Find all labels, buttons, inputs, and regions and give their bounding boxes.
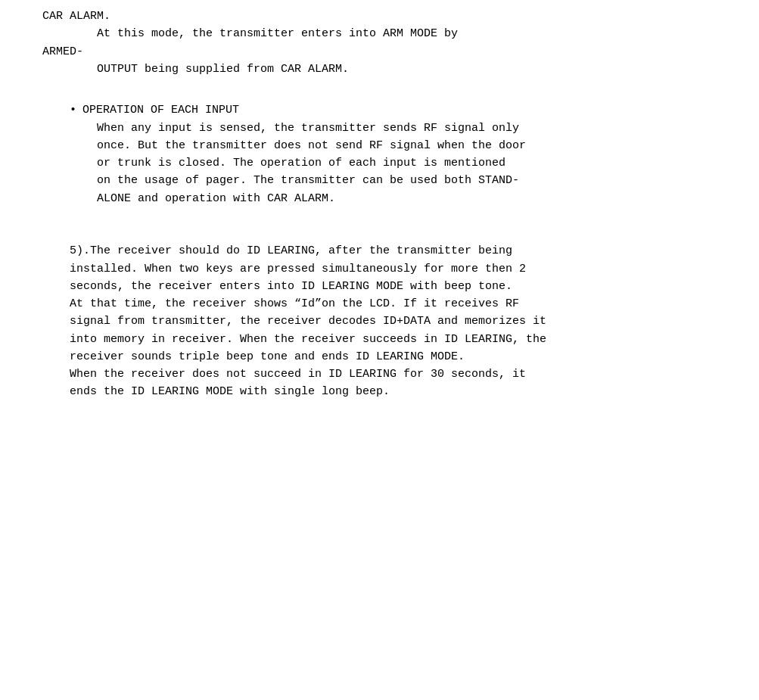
line-output: OUTPUT being supplied from CAR ALARM. bbox=[15, 61, 744, 78]
line-arm-mode: At this mode, the transmitter enters int… bbox=[15, 25, 744, 42]
line-car-alarm: CAR ALARM. bbox=[15, 8, 744, 25]
section5-line-6: into memory in receiver. When the receiv… bbox=[15, 331, 744, 348]
bullet-line-5: ALONE and operation with CAR ALARM. bbox=[15, 190, 744, 207]
line-gap bbox=[15, 78, 744, 95]
gap-line-2 bbox=[15, 225, 744, 242]
gap-line-1 bbox=[15, 207, 744, 225]
section5-line-2: installed. When two keys are pressed sim… bbox=[15, 260, 744, 278]
bullet-line-4: on the usage of pager. The transmitter c… bbox=[15, 172, 744, 189]
bullet-section: • OPERATION OF EACH INPUT When any input… bbox=[15, 101, 744, 207]
bullet-line-1: When any input is sensed, the transmitte… bbox=[15, 120, 744, 137]
section5-line-3: seconds, the receiver enters into ID LEA… bbox=[15, 278, 744, 295]
bullet-line-2: once. But the transmitter does not send … bbox=[15, 137, 744, 154]
bullet-line-3: or trunk is closed. The operation of eac… bbox=[15, 154, 744, 172]
section5-line-9: ends the ID LEARING MODE with single lon… bbox=[15, 383, 744, 400]
bullet-title: OPERATION OF EACH INPUT bbox=[82, 101, 239, 119]
section5-line-1: 5).The receiver should do ID LEARING, af… bbox=[15, 242, 744, 260]
bullet-header: • OPERATION OF EACH INPUT bbox=[15, 101, 744, 119]
section5-line-5: signal from transmitter, the receiver de… bbox=[15, 313, 744, 330]
section5-line-7: receiver sounds triple beep tone and end… bbox=[15, 348, 744, 366]
section5-line-4: At that time, the receiver shows “Id”on … bbox=[15, 295, 744, 313]
bullet-symbol: • bbox=[70, 101, 76, 119]
section5-line-8: When the receiver does not succeed in ID… bbox=[15, 366, 744, 383]
line-armed: ARMED- bbox=[15, 43, 744, 61]
bullet-indent bbox=[15, 101, 70, 119]
main-content: CAR ALARM. At this mode, the transmitter… bbox=[15, 8, 744, 401]
